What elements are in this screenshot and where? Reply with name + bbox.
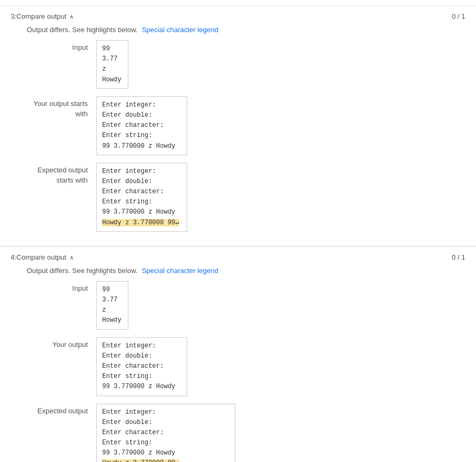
section-3-header-left: 3:Compare output xyxy=(11,12,74,20)
section-3-your-output-row: Your output startswith Enter integer: En… xyxy=(27,96,465,155)
section-3-header[interactable]: 3:Compare output 0 / 1 xyxy=(11,12,465,20)
section-3-output-differs: Output differs. See highlights below. Sp… xyxy=(27,26,465,34)
section-3-expected-output-label: Expected outputstarts with xyxy=(27,163,96,186)
section-3-expected-output-box: Enter integer: Enter double: Enter chara… xyxy=(96,163,187,232)
section-4-header-left: 4:Compare output xyxy=(11,253,74,261)
section-4-label: 4:Compare output xyxy=(11,253,66,261)
section-3-differs-text: Output differs. See highlights below. xyxy=(27,26,137,34)
section-3-your-output-box: Enter integer: Enter double: Enter chara… xyxy=(96,96,187,155)
section-4-your-output-row: Your output Enter integer: Enter double:… xyxy=(27,337,465,396)
section-3-input-row: Input 99 3.77 z Howdy xyxy=(27,40,465,89)
section-4-output-differs: Output differs. See highlights below. Sp… xyxy=(27,267,465,275)
section-3-score: 0 / 1 xyxy=(452,12,465,20)
expected-4-line: Enter integer: Enter double: Enter chara… xyxy=(102,408,175,457)
section-3-chevron-icon xyxy=(70,12,74,20)
section-4-expected-output-label: Expected output xyxy=(27,404,96,416)
page-container: 3:Compare output 0 / 1 Output differs. S… xyxy=(0,0,476,462)
section-3: 3:Compare output 0 / 1 Output differs. S… xyxy=(0,5,476,246)
section-3-label: 3:Compare output xyxy=(11,12,66,20)
section-4-body: Output differs. See highlights below. Sp… xyxy=(11,267,465,462)
section-3-input-label: Input xyxy=(27,40,96,53)
section-4-score: 0 / 1 xyxy=(452,253,465,261)
section-4-special-char-link[interactable]: Special character legend xyxy=(142,267,218,275)
section-4-input-box: 99 3.77 z Howdy xyxy=(96,281,128,330)
section-3-special-char-link[interactable]: Special character legend xyxy=(142,26,218,34)
expected-4-highlight-line-1: Howdy z 3.770000 99↵ xyxy=(102,459,179,462)
section-4-chevron-icon xyxy=(70,253,74,261)
expected-line: Enter integer: Enter double: Enter chara… xyxy=(102,168,175,216)
section-3-your-output-label: Your output startswith xyxy=(27,96,96,119)
section-3-body: Output differs. See highlights below. Sp… xyxy=(11,26,465,232)
section-4-expected-output-box: Enter integer: Enter double: Enter chara… xyxy=(96,404,235,463)
section-3-expected-output-row: Expected outputstarts with Enter integer… xyxy=(27,163,465,232)
section-4-your-output-label: Your output xyxy=(27,337,96,350)
section-4-your-output-box: Enter integer: Enter double: Enter chara… xyxy=(96,337,187,396)
section-4-header[interactable]: 4:Compare output 0 / 1 xyxy=(11,253,465,261)
section-3-input-box: 99 3.77 z Howdy xyxy=(96,40,128,89)
expected-highlight-line: Howdy z 3.770000 99↵ xyxy=(102,219,179,226)
section-4-expected-output-row: Expected output Enter integer: Enter dou… xyxy=(27,404,465,463)
section-4: 4:Compare output 0 / 1 Output differs. S… xyxy=(0,246,476,462)
section-4-input-row: Input 99 3.77 z Howdy xyxy=(27,281,465,330)
section-4-input-label: Input xyxy=(27,281,96,294)
section-4-differs-text: Output differs. See highlights below. xyxy=(27,267,137,275)
